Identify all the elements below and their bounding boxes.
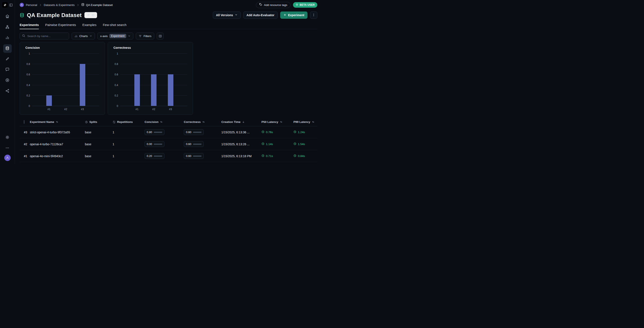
star-icon: [296, 3, 298, 6]
bar-#1: [134, 74, 140, 106]
chevron-down-icon: [128, 35, 130, 37]
sidebar-item-prompts[interactable]: [3, 66, 12, 74]
p99-latency: 1.54s: [294, 142, 317, 146]
clock-icon: [294, 154, 296, 158]
chart-icon: [74, 34, 78, 38]
clock-icon: [294, 142, 296, 146]
progress-track: [193, 144, 202, 145]
gridline: [120, 53, 187, 54]
column-header-experiment-name[interactable]: Experiment Name: [30, 120, 85, 124]
user-avatar[interactable]: [4, 155, 11, 161]
app-root: Personal Datasets & Experiments QA Examp…: [0, 0, 322, 164]
x-tick-label: #2: [64, 108, 67, 111]
chart-title: Concision: [26, 46, 40, 49]
column-header-p99-latency[interactable]: P99 Latency: [294, 120, 317, 124]
column-header-p50-latency[interactable]: P50 Latency: [262, 120, 294, 124]
sidebar-collapse-icon[interactable]: [9, 3, 13, 7]
bar-chart-concision: 00.20.40.60.81#1#2#3: [32, 54, 99, 106]
gridline: [32, 64, 99, 64]
sidebar-item-settings[interactable]: [3, 133, 12, 142]
clock-icon: [262, 142, 264, 146]
repetitions-value: 1: [112, 131, 144, 134]
progress-track: [154, 156, 162, 157]
creation-time: 1/15/2025, 6:13:18 PM: [221, 155, 262, 158]
breadcrumb-datasets[interactable]: Datasets & Experiments: [44, 3, 75, 6]
table-header-row: Experiment Name Splits Repetitions Conci…: [20, 118, 317, 126]
experiment-number: #3: [20, 131, 30, 134]
add-resource-tags-button[interactable]: Add resource tags: [256, 2, 291, 8]
y-tick-label: 0.2: [24, 94, 30, 97]
column-header-creation-time[interactable]: Creation Time: [221, 120, 262, 124]
chevron-down-icon: [90, 35, 92, 37]
versions-dropdown[interactable]: All Versions: [213, 11, 241, 19]
xaxis-dropdown[interactable]: x-axis Experiment: [98, 33, 134, 39]
filters-button[interactable]: Filters: [136, 33, 154, 39]
sidebar-nav: [0, 12, 15, 95]
column-header-concision[interactable]: Concision: [144, 120, 184, 124]
bar-chart-icon: [5, 35, 10, 40]
copy-id-button[interactable]: ID: [84, 12, 97, 18]
chevron-down-icon: [235, 13, 238, 17]
y-tick-label: 0: [112, 105, 118, 108]
sidebar-item-more[interactable]: [3, 144, 12, 153]
topbar: Personal Datasets & Experiments QA Examp…: [20, 0, 317, 8]
workspace-avatar: [20, 3, 24, 7]
tab-pairwise-experiments[interactable]: Pairwise Experiments: [45, 23, 76, 29]
new-experiment-button[interactable]: Experiment: [280, 11, 308, 19]
table-row[interactable]: #1 openai-4o-mini-5f4943c2 base 1 0.20 0…: [20, 150, 317, 162]
p99-latency: 0.84s: [294, 154, 317, 158]
table-row[interactable]: #2 openai-4-turbo-71126ca7 base 1 0.00 0…: [20, 138, 317, 150]
add-auto-evaluator-button[interactable]: Add Auto-Evaluator: [243, 11, 278, 19]
sidebar-item-monitoring[interactable]: [3, 34, 12, 42]
sort-icon: [312, 121, 314, 123]
filter-icon: [138, 34, 142, 38]
beta-user-badge: BETA USER: [293, 2, 317, 8]
x-tick-label: #3: [81, 108, 84, 111]
xaxis-value-chip: Experiment: [110, 34, 126, 38]
projects-icon: [5, 25, 10, 30]
x-tick-label: #1: [48, 108, 50, 111]
column-header-repetitions[interactable]: Repetitions: [112, 120, 144, 124]
columns-icon: [159, 34, 162, 38]
y-tick-label: 0.8: [112, 63, 118, 66]
sidebar-item-datasets[interactable]: [3, 44, 12, 53]
chevron-right-icon: [39, 4, 42, 6]
column-header-correctness[interactable]: Correctness: [184, 120, 221, 124]
gridline: [32, 74, 99, 75]
charts-dropdown[interactable]: Charts: [72, 33, 95, 39]
y-tick-label: 0.6: [112, 73, 118, 76]
sort-icon: [202, 121, 205, 123]
column-header-splits[interactable]: Splits: [85, 120, 112, 124]
link-icon: [87, 13, 90, 17]
sidebar-item-home[interactable]: [3, 12, 12, 21]
y-tick-label: 1: [24, 52, 30, 55]
pencil-icon: [6, 57, 10, 62]
sidebar-item-deployments[interactable]: [3, 87, 12, 95]
tab-experiments[interactable]: Experiments: [20, 23, 39, 29]
sidebar-item-projects[interactable]: [3, 23, 12, 31]
columns-button[interactable]: [157, 33, 164, 39]
gridline: [32, 85, 99, 85]
creation-time: 1/15/2025, 6:13:26 ...: [221, 143, 262, 146]
search-input[interactable]: [27, 34, 67, 38]
tag-icon: [259, 3, 262, 7]
more-actions-button[interactable]: [310, 11, 317, 19]
main-content: Personal Datasets & Experiments QA Examp…: [15, 0, 322, 164]
breadcrumb-personal[interactable]: Personal: [26, 3, 37, 6]
tab-few-shot-search[interactable]: Few-shot search: [103, 23, 126, 29]
page-header-left: QA Example Dataset ID: [20, 8, 213, 22]
concision-metric: 0.80: [144, 129, 164, 135]
langsmith-logo: [2, 2, 8, 8]
splits-value: base: [85, 131, 112, 134]
sidebar-item-playground[interactable]: [3, 76, 12, 85]
x-tick-label: #3: [169, 108, 172, 111]
correctness-metric: 0.60: [184, 129, 204, 135]
tab-examples[interactable]: Examples: [82, 23, 96, 29]
chart-card-correctness: Correctness 00.20.40.60.81#1#2#3: [108, 42, 193, 115]
table-row[interactable]: #3 strict-openai-4-turbo-9f372a55 base 1…: [20, 126, 317, 138]
tab-bar: Experiments Pairwise Experiments Example…: [20, 23, 317, 29]
select-all-checkbox[interactable]: [24, 120, 24, 124]
p50-latency: 0.71s: [262, 154, 294, 158]
home-icon: [5, 14, 10, 19]
sidebar-item-annotation-queues[interactable]: [3, 55, 12, 63]
